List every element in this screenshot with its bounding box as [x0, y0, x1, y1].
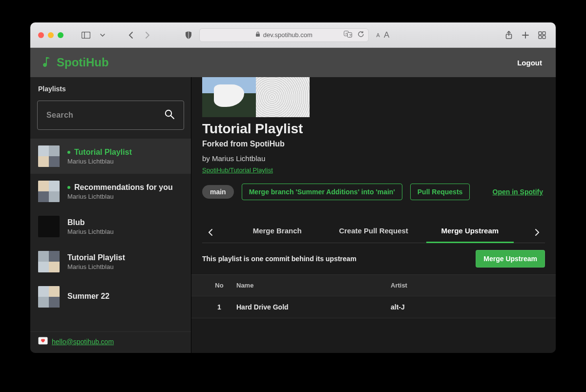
address-bar[interactable]: dev.spotihub.com A文 — [199, 28, 369, 42]
cell-name: Hard Drive Gold — [236, 303, 391, 311]
playlist-cover — [38, 181, 60, 202]
playlist-cover — [38, 286, 60, 308]
table-header-row: No Name Artist — [191, 275, 556, 296]
reader-font-size[interactable]: A A — [374, 30, 393, 40]
open-in-spotify-link[interactable]: Open in Spotify — [493, 188, 543, 196]
playlist-item-title: Blub — [67, 218, 85, 227]
pull-requests-box[interactable]: Pull Requests — [410, 184, 470, 200]
modified-indicator-icon — [67, 151, 70, 154]
col-no: No — [202, 282, 236, 289]
heart-mail-icon — [38, 337, 48, 346]
minimize-window-button[interactable] — [48, 32, 54, 38]
search-icon — [164, 109, 175, 122]
playlist-item-owner: Marius Lichtblau — [67, 158, 132, 165]
search-placeholder: Search — [46, 111, 73, 120]
tab-merge-branch[interactable]: Merge Branch — [233, 222, 321, 243]
cell-no: 1 — [202, 303, 236, 311]
brand-name: SpotiHub — [57, 56, 109, 69]
sidebar: Playlists Search Tutorial PlaylistMarius… — [30, 77, 191, 353]
svg-text:A: A — [345, 32, 347, 35]
back-button[interactable] — [125, 29, 137, 41]
contact-email-link[interactable]: hello@spotihub.com — [52, 338, 114, 346]
playlist-byline: by Marius Lichtblau — [202, 154, 556, 163]
playlist-item-title: Tutorial Playlist — [67, 253, 125, 262]
sidebar-playlist-item[interactable]: Tutorial PlaylistMarius Lichtblau — [30, 244, 191, 279]
fullscreen-window-button[interactable] — [58, 32, 63, 38]
svg-rect-11 — [543, 36, 545, 39]
behind-upstream-text: This playlist is one commit behind its u… — [202, 255, 356, 263]
share-icon[interactable] — [503, 29, 515, 41]
svg-rect-9 — [543, 32, 545, 35]
window-controls — [38, 32, 63, 38]
search-input[interactable]: Search — [37, 101, 184, 130]
playlist-item-title: Recommendations for you — [74, 183, 173, 192]
close-window-button[interactable] — [38, 32, 44, 38]
svg-rect-2 — [256, 34, 260, 37]
sidebar-footer: hello@spotihub.com — [30, 331, 191, 353]
svg-text:文: 文 — [349, 33, 352, 37]
playlist-title: Tutorial Playlist — [202, 121, 556, 137]
tabs: Merge BranchCreate Pull RequestMerge Ups… — [202, 222, 545, 243]
branch-pill[interactable]: main — [202, 185, 234, 199]
sidebar-playlist-item[interactable]: BlubMarius Lichtblau — [30, 209, 191, 244]
col-name: Name — [236, 282, 391, 289]
cell-artist: alt-J — [391, 303, 545, 311]
sidebar-playlist-item[interactable]: Tutorial PlaylistMarius Lichtblau — [30, 139, 191, 174]
playlist-item-title: Tutorial Playlist — [74, 148, 132, 157]
playlist-item-owner: Marius Lichtblau — [67, 193, 173, 200]
merge-branch-box[interactable]: Merge branch 'Summer Additions' into 'ma… — [242, 184, 402, 200]
reload-icon[interactable] — [357, 31, 364, 39]
playlist-list: Tutorial PlaylistMarius LichtblauRecomme… — [30, 139, 191, 331]
svg-rect-0 — [82, 32, 90, 38]
font-small-icon: A — [377, 32, 380, 38]
app-header: SpotiHub Logout — [30, 48, 556, 77]
tab-merge-upstream[interactable]: Merge Upstream — [426, 222, 514, 243]
upstream-link[interactable]: SpotiHub/Tutorial Playlist — [202, 166, 273, 174]
svg-rect-8 — [539, 32, 542, 35]
lock-icon — [255, 31, 260, 39]
playlist-item-owner: Marius Lichtblau — [67, 228, 114, 235]
svg-rect-10 — [539, 36, 542, 39]
playlist-item-title: Summer 22 — [67, 292, 109, 301]
sidebar-playlist-item[interactable]: Recommendations for youMarius Lichtblau — [30, 174, 191, 209]
tabs-prev-button[interactable] — [202, 223, 219, 242]
brand[interactable]: SpotiHub — [41, 56, 109, 69]
sidebar-toggle-icon[interactable] — [80, 29, 92, 41]
browser-window: dev.spotihub.com A文 A A — [30, 22, 556, 353]
forward-button[interactable] — [142, 29, 153, 41]
col-artist: Artist — [391, 282, 545, 289]
font-large-icon: A — [384, 30, 389, 40]
playlist-item-owner: Marius Lichtblau — [67, 263, 125, 270]
tab-create-pull-request[interactable]: Create Pull Request — [321, 222, 426, 243]
logout-link[interactable]: Logout — [517, 59, 542, 67]
playlist-cover — [38, 145, 60, 167]
address-host: dev.spotihub.com — [263, 31, 313, 39]
tracks-table: No Name Artist 1Hard Drive Goldalt-J — [191, 274, 556, 318]
sidebar-playlist-item[interactable]: Summer 22 — [30, 279, 191, 314]
chevron-down-icon[interactable] — [97, 29, 108, 41]
hero-cover-art — [202, 77, 310, 117]
tabs-next-button[interactable] — [528, 223, 545, 242]
shield-icon[interactable] — [183, 29, 194, 41]
merge-upstream-button[interactable]: Merge Upstream — [476, 250, 545, 268]
modified-indicator-icon — [67, 186, 70, 189]
behind-upstream-banner: This playlist is one commit behind its u… — [202, 250, 545, 268]
translate-icon[interactable]: A文 — [344, 31, 353, 39]
browser-toolbar: dev.spotihub.com A文 A A — [30, 22, 556, 48]
action-row: main Merge branch 'Summer Additions' int… — [202, 184, 556, 200]
tab-overview-icon[interactable] — [536, 29, 548, 41]
sidebar-title: Playlists — [30, 77, 191, 98]
new-tab-icon[interactable] — [520, 29, 531, 41]
table-row[interactable]: 1Hard Drive Goldalt-J — [191, 296, 556, 318]
playlist-hero: Tutorial Playlist Forked from SpotiHub b… — [191, 77, 556, 207]
playlist-cover — [38, 216, 60, 237]
main-panel: Tutorial Playlist Forked from SpotiHub b… — [191, 77, 556, 353]
forked-from-label: Forked from SpotiHub — [202, 140, 556, 148]
logo-icon — [41, 56, 52, 69]
playlist-cover — [38, 251, 60, 272]
svg-line-13 — [171, 116, 174, 119]
